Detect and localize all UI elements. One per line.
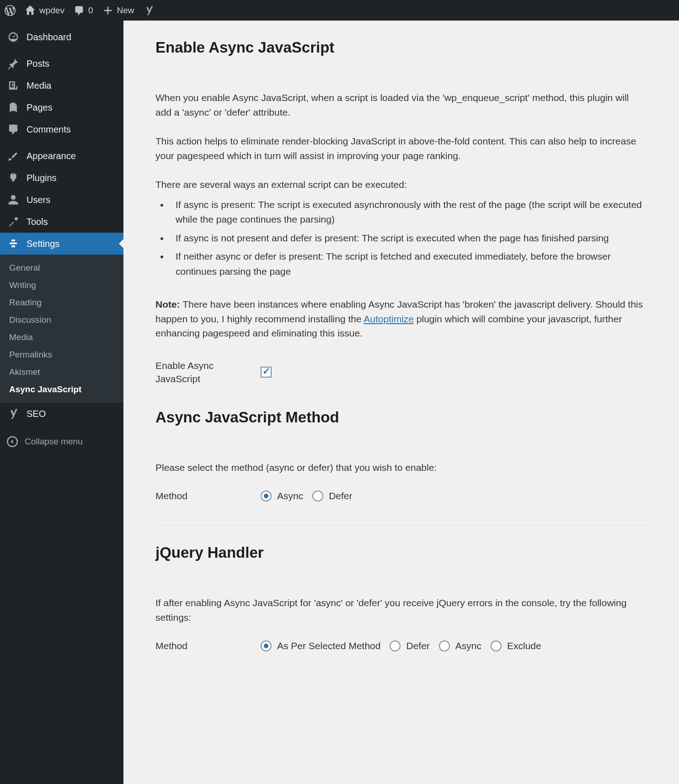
home-icon bbox=[25, 5, 36, 16]
new-link[interactable]: New bbox=[102, 5, 134, 16]
menu-tools[interactable]: Tools bbox=[0, 211, 123, 233]
jq-defer-radio[interactable] bbox=[390, 640, 401, 651]
note-paragraph: Note: There have been instances where en… bbox=[155, 297, 647, 341]
comment-icon bbox=[74, 5, 85, 16]
intro-p2: This action helps to eliminate render-bl… bbox=[155, 134, 647, 163]
enable-checkbox[interactable] bbox=[261, 367, 272, 378]
note-label: Note: bbox=[155, 299, 180, 309]
method-defer-label: Defer bbox=[329, 491, 352, 501]
jquery-p1: If after enabling Async JavaScript for '… bbox=[155, 596, 647, 624]
collapse-icon bbox=[7, 436, 18, 447]
menu-media[interactable]: Media bbox=[0, 75, 123, 96]
jq-async-radio[interactable] bbox=[439, 640, 450, 651]
list-item: If async is not present and defer is pre… bbox=[169, 231, 647, 246]
jq-opt2-label: Defer bbox=[406, 640, 429, 651]
users-icon bbox=[7, 194, 19, 206]
submenu-writing[interactable]: Writing bbox=[0, 277, 123, 294]
collapse-menu[interactable]: Collapse menu bbox=[0, 429, 123, 454]
site-link[interactable]: wpdev bbox=[25, 5, 64, 16]
wrench-icon bbox=[7, 216, 19, 228]
section-heading-method: Async JavaScript Method bbox=[155, 409, 647, 426]
menu-posts[interactable]: Posts bbox=[0, 53, 123, 75]
script-exec-list: If async is present: The script is execu… bbox=[155, 197, 647, 279]
brush-icon bbox=[7, 150, 19, 162]
jq-opt3-label: Async bbox=[455, 640, 481, 651]
method-async-label: Async bbox=[277, 491, 303, 501]
settings-submenu: General Writing Reading Discussion Media… bbox=[0, 255, 123, 403]
plus-icon bbox=[102, 5, 113, 16]
menu-plugins[interactable]: Plugins bbox=[0, 167, 123, 189]
yoast-icon bbox=[144, 5, 155, 16]
list-item: If async is present: The script is execu… bbox=[169, 197, 647, 227]
jq-opt4-label: Exclude bbox=[507, 640, 541, 651]
menu-comments[interactable]: Comments bbox=[0, 118, 123, 140]
menu-settings[interactable]: Settings bbox=[0, 233, 123, 255]
wordpress-logo[interactable] bbox=[5, 5, 16, 16]
autoptimize-link[interactable]: Autoptimize bbox=[364, 314, 414, 324]
intro-p3: There are several ways an external scrip… bbox=[155, 177, 647, 192]
admin-bar: wpdev 0 New bbox=[0, 0, 679, 21]
comments-link[interactable]: 0 bbox=[74, 5, 93, 16]
enable-label: Enable Async JavaScript bbox=[155, 359, 261, 386]
list-item: If neither async or defer is present: Th… bbox=[169, 249, 647, 279]
pin-icon bbox=[7, 58, 19, 69]
submenu-general[interactable]: General bbox=[0, 259, 123, 277]
section-heading-enable: Enable Async JavaScript bbox=[155, 39, 647, 56]
pages-icon bbox=[7, 101, 19, 113]
jq-exclude-radio[interactable] bbox=[491, 640, 502, 651]
menu-appearance[interactable]: Appearance bbox=[0, 145, 123, 167]
settings-icon bbox=[7, 238, 19, 250]
submenu-reading[interactable]: Reading bbox=[0, 294, 123, 311]
content-area: Enable Async JavaScript When you enable … bbox=[123, 21, 679, 784]
site-name: wpdev bbox=[39, 5, 64, 16]
method-defer-radio[interactable] bbox=[312, 491, 323, 501]
menu-dashboard[interactable]: Dashboard bbox=[0, 26, 123, 48]
menu-users[interactable]: Users bbox=[0, 189, 123, 211]
new-label: New bbox=[117, 5, 134, 16]
admin-sidebar: Dashboard Posts Media Pages Comments App… bbox=[0, 21, 123, 784]
intro-p1: When you enable Async JavaScript, when a… bbox=[155, 91, 647, 119]
comments-icon bbox=[7, 123, 19, 135]
section-heading-jquery: jQuery Handler bbox=[155, 544, 647, 561]
submenu-permalinks[interactable]: Permalinks bbox=[0, 346, 123, 363]
submenu-akismet[interactable]: Akismet bbox=[0, 363, 123, 381]
media-icon bbox=[7, 80, 19, 91]
submenu-media[interactable]: Media bbox=[0, 329, 123, 346]
dashboard-icon bbox=[7, 31, 19, 43]
menu-seo[interactable]: SEO bbox=[0, 403, 123, 425]
jq-asperselected-radio[interactable] bbox=[261, 640, 272, 651]
divider bbox=[155, 525, 647, 526]
method-p1: Please select the method (async or defer… bbox=[155, 460, 647, 475]
yoast-menu-icon bbox=[7, 408, 19, 420]
yoast-link[interactable] bbox=[144, 5, 155, 16]
plugin-icon bbox=[7, 172, 19, 184]
menu-pages[interactable]: Pages bbox=[0, 96, 123, 118]
submenu-asyncjs[interactable]: Async JavaScript bbox=[0, 381, 123, 398]
method-label: Method bbox=[155, 489, 261, 502]
jquery-method-label: Method bbox=[155, 639, 261, 652]
method-async-radio[interactable] bbox=[261, 491, 272, 501]
wordpress-icon bbox=[5, 5, 16, 16]
submenu-discussion[interactable]: Discussion bbox=[0, 311, 123, 329]
comments-count: 0 bbox=[88, 5, 93, 16]
jq-opt1-label: As Per Selected Method bbox=[277, 640, 380, 651]
